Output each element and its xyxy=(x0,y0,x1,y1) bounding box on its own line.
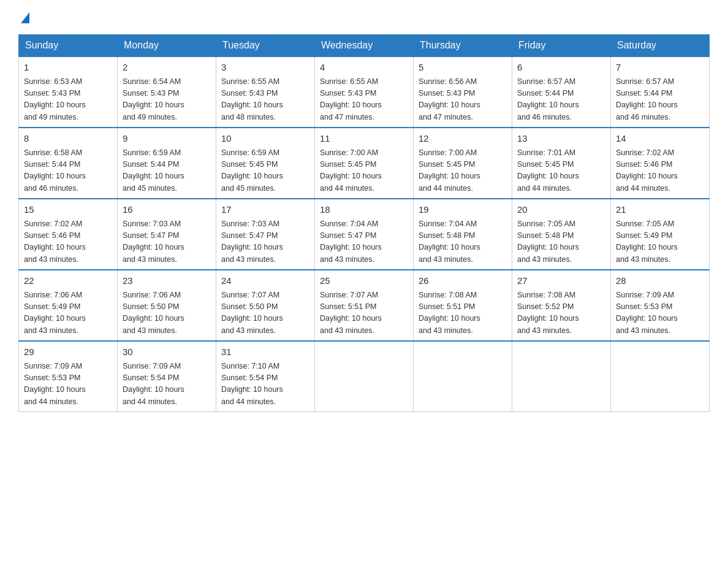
day-info: Sunrise: 7:06 AMSunset: 5:49 PMDaylight:… xyxy=(24,291,86,335)
day-info: Sunrise: 6:57 AMSunset: 5:44 PMDaylight:… xyxy=(616,77,678,121)
calendar-week-1: 1 Sunrise: 6:53 AMSunset: 5:43 PMDayligh… xyxy=(19,56,710,128)
day-number: 8 xyxy=(24,132,112,146)
day-info: Sunrise: 7:06 AMSunset: 5:50 PMDaylight:… xyxy=(123,291,184,335)
calendar-cell: 1 Sunrise: 6:53 AMSunset: 5:43 PMDayligh… xyxy=(19,56,118,128)
day-info: Sunrise: 7:05 AMSunset: 5:48 PMDaylight:… xyxy=(517,220,579,264)
day-number: 17 xyxy=(221,203,309,217)
calendar-cell: 15 Sunrise: 7:02 AMSunset: 5:46 PMDaylig… xyxy=(19,199,118,270)
day-info: Sunrise: 7:07 AMSunset: 5:50 PMDaylight:… xyxy=(221,291,283,335)
day-number: 9 xyxy=(123,132,211,146)
day-info: Sunrise: 7:02 AMSunset: 5:46 PMDaylight:… xyxy=(24,220,86,264)
calendar-cell: 27 Sunrise: 7:08 AMSunset: 5:52 PMDaylig… xyxy=(512,270,611,341)
calendar-week-3: 15 Sunrise: 7:02 AMSunset: 5:46 PMDaylig… xyxy=(19,199,710,270)
calendar-cell: 12 Sunrise: 7:00 AMSunset: 5:45 PMDaylig… xyxy=(414,128,512,199)
weekday-header-row: SundayMondayTuesdayWednesdayThursdayFrid… xyxy=(19,35,710,57)
day-info: Sunrise: 7:08 AMSunset: 5:52 PMDaylight:… xyxy=(517,291,579,335)
calendar-cell xyxy=(512,341,611,412)
calendar-cell: 25 Sunrise: 7:07 AMSunset: 5:51 PMDaylig… xyxy=(315,270,414,341)
calendar-cell xyxy=(315,341,414,412)
day-number: 16 xyxy=(123,203,211,217)
day-info: Sunrise: 6:55 AMSunset: 5:43 PMDaylight:… xyxy=(221,77,283,121)
calendar-week-4: 22 Sunrise: 7:06 AMSunset: 5:49 PMDaylig… xyxy=(19,270,710,341)
day-number: 21 xyxy=(616,203,704,217)
calendar-cell: 11 Sunrise: 7:00 AMSunset: 5:45 PMDaylig… xyxy=(315,128,414,199)
day-info: Sunrise: 7:09 AMSunset: 5:53 PMDaylight:… xyxy=(24,362,86,406)
day-number: 14 xyxy=(616,132,704,146)
calendar-cell: 6 Sunrise: 6:57 AMSunset: 5:44 PMDayligh… xyxy=(512,56,611,128)
day-info: Sunrise: 7:05 AMSunset: 5:49 PMDaylight:… xyxy=(616,220,678,264)
calendar-cell: 13 Sunrise: 7:01 AMSunset: 5:45 PMDaylig… xyxy=(512,128,611,199)
day-info: Sunrise: 7:03 AMSunset: 5:47 PMDaylight:… xyxy=(221,220,283,264)
day-number: 5 xyxy=(419,61,507,75)
day-number: 24 xyxy=(221,274,309,288)
day-number: 20 xyxy=(517,203,605,217)
calendar-cell: 24 Sunrise: 7:07 AMSunset: 5:50 PMDaylig… xyxy=(216,270,315,341)
day-number: 18 xyxy=(320,203,408,217)
day-info: Sunrise: 7:09 AMSunset: 5:53 PMDaylight:… xyxy=(616,291,678,335)
calendar-cell xyxy=(611,341,710,412)
calendar-cell: 16 Sunrise: 7:03 AMSunset: 5:47 PMDaylig… xyxy=(118,199,216,270)
calendar-cell: 18 Sunrise: 7:04 AMSunset: 5:47 PMDaylig… xyxy=(315,199,414,270)
calendar-cell: 19 Sunrise: 7:04 AMSunset: 5:48 PMDaylig… xyxy=(414,199,512,270)
day-info: Sunrise: 7:00 AMSunset: 5:45 PMDaylight:… xyxy=(419,148,480,193)
calendar-table: SundayMondayTuesdayWednesdayThursdayFrid… xyxy=(18,34,710,412)
day-number: 25 xyxy=(320,274,408,288)
calendar-cell: 2 Sunrise: 6:54 AMSunset: 5:43 PMDayligh… xyxy=(118,56,216,128)
calendar-cell: 4 Sunrise: 6:55 AMSunset: 5:43 PMDayligh… xyxy=(315,56,414,128)
day-number: 4 xyxy=(320,61,408,75)
day-info: Sunrise: 6:53 AMSunset: 5:43 PMDaylight:… xyxy=(24,77,86,121)
calendar-week-5: 29 Sunrise: 7:09 AMSunset: 5:53 PMDaylig… xyxy=(19,341,710,412)
calendar-week-2: 8 Sunrise: 6:58 AMSunset: 5:44 PMDayligh… xyxy=(19,128,710,199)
calendar-cell: 30 Sunrise: 7:09 AMSunset: 5:54 PMDaylig… xyxy=(118,341,216,412)
day-info: Sunrise: 7:04 AMSunset: 5:48 PMDaylight:… xyxy=(419,220,480,264)
day-number: 6 xyxy=(517,61,605,75)
calendar-cell: 3 Sunrise: 6:55 AMSunset: 5:43 PMDayligh… xyxy=(216,56,315,128)
day-number: 11 xyxy=(320,132,408,146)
calendar-cell: 20 Sunrise: 7:05 AMSunset: 5:48 PMDaylig… xyxy=(512,199,611,270)
day-info: Sunrise: 6:55 AMSunset: 5:43 PMDaylight:… xyxy=(320,77,382,121)
weekday-header-saturday: Saturday xyxy=(611,35,710,57)
day-number: 12 xyxy=(419,132,507,146)
logo xyxy=(18,12,29,25)
day-number: 27 xyxy=(517,274,605,288)
day-number: 1 xyxy=(24,61,112,75)
day-info: Sunrise: 6:54 AMSunset: 5:43 PMDaylight:… xyxy=(123,77,184,121)
weekday-header-sunday: Sunday xyxy=(19,35,118,57)
calendar-cell: 31 Sunrise: 7:10 AMSunset: 5:54 PMDaylig… xyxy=(216,341,315,412)
day-number: 15 xyxy=(24,203,112,217)
calendar-cell: 26 Sunrise: 7:08 AMSunset: 5:51 PMDaylig… xyxy=(414,270,512,341)
calendar-cell: 5 Sunrise: 6:56 AMSunset: 5:43 PMDayligh… xyxy=(414,56,512,128)
calendar-cell: 21 Sunrise: 7:05 AMSunset: 5:49 PMDaylig… xyxy=(611,199,710,270)
day-info: Sunrise: 7:08 AMSunset: 5:51 PMDaylight:… xyxy=(419,291,480,335)
calendar-cell: 28 Sunrise: 7:09 AMSunset: 5:53 PMDaylig… xyxy=(611,270,710,341)
day-number: 19 xyxy=(419,203,507,217)
calendar-cell: 23 Sunrise: 7:06 AMSunset: 5:50 PMDaylig… xyxy=(118,270,216,341)
day-number: 13 xyxy=(517,132,605,146)
day-number: 23 xyxy=(123,274,211,288)
calendar-cell: 8 Sunrise: 6:58 AMSunset: 5:44 PMDayligh… xyxy=(19,128,118,199)
day-number: 30 xyxy=(123,345,211,359)
day-number: 26 xyxy=(419,274,507,288)
calendar-cell xyxy=(414,341,512,412)
day-info: Sunrise: 7:07 AMSunset: 5:51 PMDaylight:… xyxy=(320,291,382,335)
logo-triangle-icon xyxy=(21,12,29,23)
day-number: 7 xyxy=(616,61,704,75)
day-number: 22 xyxy=(24,274,112,288)
weekday-header-friday: Friday xyxy=(512,35,611,57)
day-info: Sunrise: 7:10 AMSunset: 5:54 PMDaylight:… xyxy=(221,362,283,406)
day-info: Sunrise: 6:57 AMSunset: 5:44 PMDaylight:… xyxy=(517,77,579,121)
day-info: Sunrise: 7:01 AMSunset: 5:45 PMDaylight:… xyxy=(517,148,579,193)
day-info: Sunrise: 6:56 AMSunset: 5:43 PMDaylight:… xyxy=(419,77,480,121)
day-number: 29 xyxy=(24,345,112,359)
day-info: Sunrise: 7:03 AMSunset: 5:47 PMDaylight:… xyxy=(123,220,184,264)
calendar-cell: 14 Sunrise: 7:02 AMSunset: 5:46 PMDaylig… xyxy=(611,128,710,199)
day-info: Sunrise: 6:59 AMSunset: 5:45 PMDaylight:… xyxy=(221,148,283,193)
weekday-header-wednesday: Wednesday xyxy=(315,35,414,57)
calendar-cell: 29 Sunrise: 7:09 AMSunset: 5:53 PMDaylig… xyxy=(19,341,118,412)
calendar-cell: 7 Sunrise: 6:57 AMSunset: 5:44 PMDayligh… xyxy=(611,56,710,128)
day-info: Sunrise: 7:02 AMSunset: 5:46 PMDaylight:… xyxy=(616,148,678,193)
day-info: Sunrise: 7:00 AMSunset: 5:45 PMDaylight:… xyxy=(320,148,382,193)
page-header xyxy=(18,12,710,25)
day-number: 28 xyxy=(616,274,704,288)
weekday-header-monday: Monday xyxy=(118,35,216,57)
